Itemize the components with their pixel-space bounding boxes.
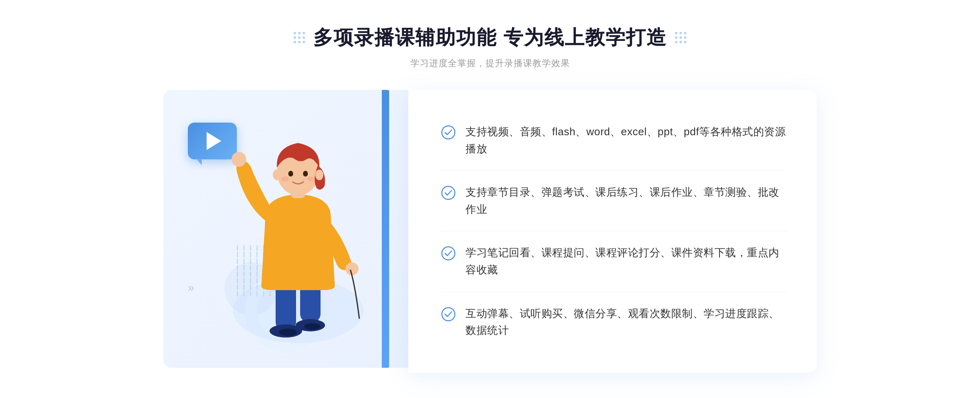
svg-point-17 [442,126,455,139]
check-icon-3 [441,246,456,261]
feature-item-2: 支持章节目录、弹题考试、课后练习、课后作业、章节测验、批改作业 [441,171,788,231]
content-area: » [163,90,817,373]
svg-point-12 [307,177,315,181]
blue-accent-bar [382,90,389,368]
svg-point-13 [273,170,281,180]
features-panel: 支持视频、音频、flash、word、excel、ppt、pdf等各种格式的资源… [408,90,817,373]
title-row: 多项录播课辅助功能 专为线上教学打造 [294,25,686,51]
person-illustration [212,114,384,360]
figure-wrapper [212,114,384,360]
title-section: 多项录播课辅助功能 专为线上教学打造 学习进度全掌握，提升录播课教学效果 [294,25,686,69]
deco-chevrons: » [188,282,194,293]
svg-point-15 [279,329,297,336]
feature-text-1: 支持视频、音频、flash、word、excel、ppt、pdf等各种格式的资源… [466,123,788,157]
title-dots-left [294,32,305,43]
feature-item-1: 支持视频、音频、flash、word、excel、ppt、pdf等各种格式的资源… [441,110,788,171]
feature-item-3: 学习笔记回看、课程提问、课程评论打分、课件资料下载，重点内容收藏 [441,231,788,292]
sub-title: 学习进度全掌握，提升录播课教学效果 [410,57,570,69]
page-wrapper: 多项录播课辅助功能 专为线上教学打造 学习进度全掌握，提升录播课教学效果 » [0,0,980,398]
check-icon-1 [441,125,456,140]
svg-point-14 [315,170,323,180]
check-icon-2 [441,186,456,200]
main-title: 多项录播课辅助功能 专为线上教学打造 [313,25,666,51]
svg-point-10 [303,171,308,177]
feature-text-3: 学习笔记回看、课程提问、课程评论打分、课件资料下载，重点内容收藏 [466,244,788,278]
feature-item-4: 互动弹幕、试听购买、微信分享、观看次数限制、学习进度跟踪、数据统计 [441,292,788,352]
illustration-container [163,90,416,373]
svg-point-5 [232,152,246,167]
svg-point-9 [288,171,293,177]
check-icon-4 [441,307,456,322]
title-dots-right [675,32,686,43]
svg-point-20 [442,308,455,321]
feature-text-4: 互动弹幕、试听购买、微信分享、观看次数限制、学习进度跟踪、数据统计 [466,305,788,339]
svg-point-18 [442,186,455,199]
svg-point-11 [281,177,289,181]
svg-point-19 [442,247,455,260]
svg-point-16 [304,323,321,330]
feature-text-2: 支持章节目录、弹题考试、课后练习、课后作业、章节测验、批改作业 [466,184,788,218]
